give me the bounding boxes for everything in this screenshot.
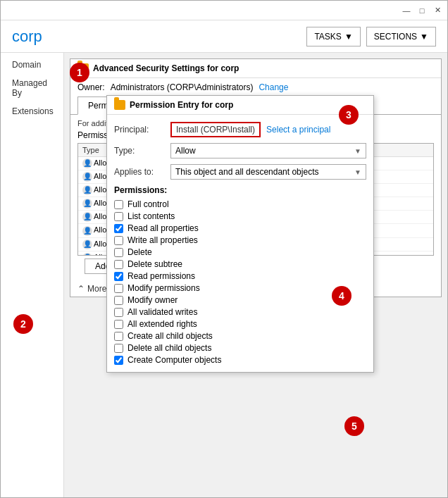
col-extra [393, 144, 433, 157]
perm-checkbox-10[interactable] [114, 320, 123, 329]
principal-row: Principal: Install (CORP\Install) Select… [114, 122, 366, 137]
window-controls: — □ ✕ [399, 4, 444, 17]
row-extra [393, 157, 433, 170]
row-extra [393, 211, 433, 224]
user-icon [82, 158, 92, 168]
checkbox-row: Create all child objects [114, 331, 366, 341]
select-principal-link[interactable]: Select a principal [266, 125, 330, 135]
checkbox-row: Read all properties [114, 223, 366, 233]
perm-label: Modify permissions [127, 283, 200, 293]
perm-checkbox-13[interactable] [114, 356, 123, 365]
row-extra [393, 197, 433, 211]
row-extra [393, 251, 433, 256]
perm-checkbox-8[interactable] [114, 296, 123, 305]
perm-checkbox-4[interactable] [114, 248, 123, 257]
applies-dropdown[interactable]: This object and all descendant objects ▼ [170, 164, 366, 180]
user-icon [82, 239, 92, 249]
folder-icon [77, 63, 89, 73]
app-header: corp TASKS ▼ SECTIONS ▼ [1, 20, 447, 53]
sections-dropdown-icon: ▼ [420, 32, 428, 42]
tasks-button[interactable]: TASKS ▼ [306, 27, 360, 46]
checkbox-row: Delete [114, 247, 366, 257]
applies-label: Applies to: [114, 167, 170, 177]
sections-button[interactable]: SECTIONS ▼ [366, 27, 436, 46]
perm-entry-dialog: Permission Entry for corp Principal: Ins… [106, 95, 374, 373]
perm-entry-dialog-header: Permission Entry for corp [107, 96, 373, 115]
checkbox-row: Modify permissions [114, 283, 366, 293]
checkbox-row: Full control [114, 199, 366, 209]
perm-label: Delete subtree [127, 259, 182, 269]
checkbox-row: All extended rights [114, 319, 366, 329]
perm-checkbox-1[interactable] [114, 212, 123, 221]
perm-label: All extended rights [127, 319, 197, 329]
sidebar-item-managed-by[interactable]: Managed By [1, 74, 63, 102]
type-label: Type: [114, 146, 170, 156]
permissions-grid: Full controlList contentsRead all proper… [114, 199, 366, 365]
permissions-section-label: Permissions: [114, 185, 366, 195]
main-window: — □ ✕ corp TASKS ▼ SECTIONS ▼ Domain Man… [0, 0, 448, 498]
sidebar: Domain Managed By Extensions [1, 53, 64, 497]
applies-row: Applies to: This object and all descenda… [114, 164, 366, 180]
row-extra [393, 237, 433, 251]
owner-row: Owner: Administrators (CORP\Administrato… [70, 78, 441, 97]
type-dropdown-arrow: ▼ [354, 147, 361, 155]
perm-checkbox-12[interactable] [114, 344, 123, 353]
checkbox-row: Modify owner [114, 295, 366, 305]
checkbox-row: Write all properties [114, 235, 366, 245]
type-row: Type: Allow ▼ [114, 143, 366, 158]
user-icon [82, 172, 92, 182]
perm-checkbox-11[interactable] [114, 332, 123, 341]
perm-label: Full control [127, 199, 169, 209]
content-area: Advanced Security Settings for corp Owne… [64, 53, 447, 497]
app-title: corp [12, 27, 301, 46]
sidebar-item-extensions[interactable]: Extensions [1, 102, 63, 120]
perm-label: Create Computer objects [127, 355, 221, 365]
checkbox-row: Delete all child objects [114, 343, 366, 353]
checkbox-row: Create Computer objects [114, 355, 366, 365]
user-icon [82, 212, 92, 222]
principal-label: Principal: [114, 125, 170, 135]
maximize-button[interactable]: □ [415, 4, 429, 17]
principal-value: Install (CORP\Install) [170, 122, 261, 137]
checkbox-row: All validated writes [114, 307, 366, 317]
checkbox-row: Read permissions [114, 271, 366, 281]
row-extra [393, 184, 433, 197]
perm-checkbox-2[interactable] [114, 224, 123, 233]
user-icon [82, 199, 92, 208]
tasks-dropdown-icon: ▼ [344, 32, 353, 42]
row-extra [393, 170, 433, 184]
title-bar: — □ ✕ [1, 1, 447, 20]
perm-checkbox-0[interactable] [114, 200, 123, 209]
perm-checkbox-7[interactable] [114, 284, 123, 293]
applies-dropdown-arrow: ▼ [354, 168, 361, 176]
user-icon [82, 185, 92, 195]
close-button[interactable]: ✕ [430, 4, 444, 17]
perm-label: List contents [127, 211, 175, 221]
checkbox-row: Delete subtree [114, 259, 366, 269]
type-dropdown[interactable]: Allow ▼ [170, 143, 366, 158]
perm-checkbox-6[interactable] [114, 272, 123, 281]
perm-label: Delete all child objects [127, 343, 211, 353]
perm-label: Create all child objects [127, 331, 213, 341]
perm-checkbox-9[interactable] [114, 308, 123, 317]
perm-label: All validated writes [127, 307, 197, 317]
main-area: Domain Managed By Extensions Advanced Se… [1, 53, 447, 497]
change-owner-link[interactable]: Change [259, 82, 288, 92]
perm-checkbox-3[interactable] [114, 236, 123, 245]
sidebar-item-domain[interactable]: Domain [1, 56, 63, 74]
minimize-button[interactable]: — [399, 4, 413, 17]
perm-label: Modify owner [127, 295, 178, 305]
perm-label: Delete [127, 247, 152, 257]
adv-security-header: Advanced Security Settings for corp [70, 59, 441, 78]
permissions-checkboxes-section: Permissions: Full controlList contentsRe… [114, 185, 366, 365]
perm-checkbox-5[interactable] [114, 260, 123, 269]
perm-label: Write all properties [127, 235, 198, 245]
perm-label: Read permissions [127, 271, 195, 281]
folder-icon-dialog [114, 100, 125, 110]
chevron-up-icon: ⌃ [77, 284, 85, 294]
perm-entry-dialog-body: Principal: Install (CORP\Install) Select… [107, 115, 373, 372]
checkbox-row: List contents [114, 211, 366, 221]
user-icon [82, 226, 92, 236]
perm-label: Read all properties [127, 223, 199, 233]
row-extra [393, 224, 433, 237]
